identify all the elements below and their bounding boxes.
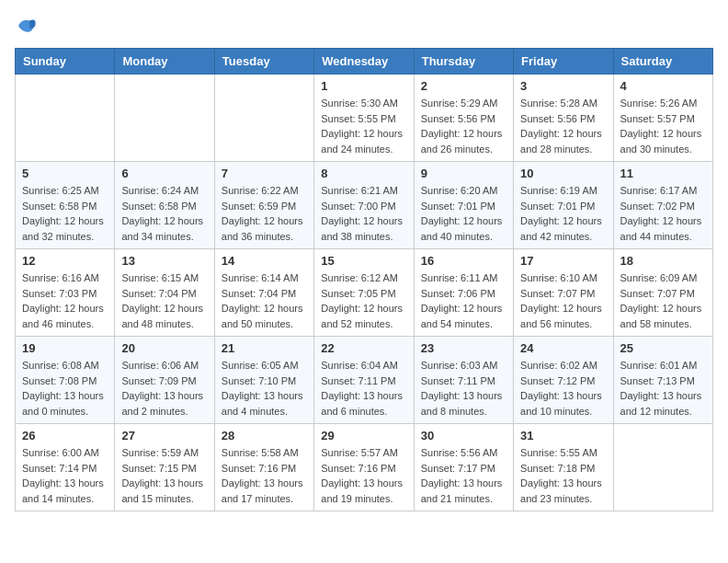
calendar-week-row: 19Sunrise: 6:08 AMSunset: 7:08 PMDayligh…: [16, 337, 713, 424]
day-info: Sunrise: 6:19 AMSunset: 7:01 PMDaylight:…: [520, 183, 606, 244]
day-number: 22: [321, 341, 406, 355]
daylight-text: Daylight: 12 hours and 56 minutes.: [520, 301, 606, 331]
calendar-day-cell: 11Sunrise: 6:17 AMSunset: 7:02 PMDayligh…: [613, 162, 712, 249]
sunset-text: Sunset: 7:04 PM: [121, 286, 207, 302]
day-info: Sunrise: 6:22 AMSunset: 6:59 PMDaylight:…: [222, 183, 307, 244]
day-info: Sunrise: 6:12 AMSunset: 7:05 PMDaylight:…: [321, 270, 406, 331]
sunset-text: Sunset: 5:57 PM: [620, 111, 706, 127]
sunrise-text: Sunrise: 6:15 AM: [121, 270, 207, 286]
sunset-text: Sunset: 7:12 PM: [520, 373, 606, 389]
sunrise-text: Sunrise: 6:20 AM: [421, 183, 506, 199]
day-number: 16: [421, 254, 506, 268]
day-number: 7: [222, 167, 307, 180]
daylight-text: Daylight: 12 hours and 58 minutes.: [620, 301, 706, 331]
day-number: 18: [620, 254, 706, 268]
weekday-header: Saturday: [613, 49, 712, 75]
calendar-day-cell: 18Sunrise: 6:09 AMSunset: 7:07 PMDayligh…: [613, 249, 712, 337]
weekday-header: Friday: [514, 49, 613, 75]
calendar-day-cell: [613, 424, 712, 511]
day-info: Sunrise: 6:09 AMSunset: 7:07 PMDaylight:…: [620, 270, 706, 331]
daylight-text: Daylight: 13 hours and 15 minutes.: [121, 476, 207, 506]
day-info: Sunrise: 5:28 AMSunset: 5:56 PMDaylight:…: [520, 96, 606, 156]
sunrise-text: Sunrise: 5:56 AM: [421, 445, 506, 461]
sunrise-text: Sunrise: 6:17 AM: [620, 183, 706, 199]
sunset-text: Sunset: 7:09 PM: [121, 373, 207, 389]
calendar-week-row: 1Sunrise: 5:30 AMSunset: 5:55 PMDaylight…: [16, 75, 713, 162]
sunset-text: Sunset: 7:06 PM: [421, 286, 506, 302]
day-info: Sunrise: 6:25 AMSunset: 6:58 PMDaylight:…: [22, 183, 108, 244]
day-info: Sunrise: 6:24 AMSunset: 6:58 PMDaylight:…: [121, 183, 207, 244]
sunrise-text: Sunrise: 6:22 AM: [222, 183, 307, 199]
daylight-text: Daylight: 13 hours and 8 minutes.: [421, 388, 506, 419]
calendar-day-cell: 31Sunrise: 5:55 AMSunset: 7:18 PMDayligh…: [514, 424, 613, 511]
sunset-text: Sunset: 7:11 PM: [421, 373, 506, 389]
sunset-text: Sunset: 5:55 PM: [321, 111, 406, 127]
weekday-header: Tuesday: [214, 49, 313, 75]
sunset-text: Sunset: 7:07 PM: [620, 286, 706, 302]
day-info: Sunrise: 6:01 AMSunset: 7:13 PMDaylight:…: [620, 358, 706, 419]
sunrise-text: Sunrise: 6:25 AM: [22, 183, 108, 199]
day-info: Sunrise: 5:55 AMSunset: 7:18 PMDaylight:…: [520, 445, 606, 506]
sunrise-text: Sunrise: 6:11 AM: [421, 270, 506, 286]
daylight-text: Daylight: 12 hours and 44 minutes.: [620, 213, 706, 244]
calendar-week-row: 12Sunrise: 6:16 AMSunset: 7:03 PMDayligh…: [16, 249, 713, 337]
daylight-text: Daylight: 12 hours and 30 minutes.: [620, 126, 706, 156]
day-number: 28: [222, 429, 307, 442]
sunset-text: Sunset: 7:02 PM: [620, 199, 706, 214]
weekday-header: Sunday: [16, 49, 115, 75]
day-number: 2: [421, 79, 506, 93]
daylight-text: Daylight: 12 hours and 50 minutes.: [222, 301, 307, 331]
daylight-text: Daylight: 13 hours and 17 minutes.: [222, 476, 307, 506]
daylight-text: Daylight: 12 hours and 26 minutes.: [421, 126, 506, 156]
sunrise-text: Sunrise: 5:58 AM: [222, 445, 307, 461]
calendar-day-cell: 24Sunrise: 6:02 AMSunset: 7:12 PMDayligh…: [514, 337, 613, 424]
sunrise-text: Sunrise: 5:55 AM: [520, 445, 606, 461]
day-number: 17: [520, 254, 606, 268]
daylight-text: Daylight: 12 hours and 36 minutes.: [222, 213, 307, 244]
sunset-text: Sunset: 7:01 PM: [421, 199, 506, 214]
calendar-week-row: 26Sunrise: 6:00 AMSunset: 7:14 PMDayligh…: [16, 424, 713, 511]
daylight-text: Daylight: 13 hours and 21 minutes.: [421, 476, 506, 506]
day-info: Sunrise: 6:06 AMSunset: 7:09 PMDaylight:…: [121, 358, 207, 419]
sunrise-text: Sunrise: 5:29 AM: [421, 96, 506, 111]
day-info: Sunrise: 6:16 AMSunset: 7:03 PMDaylight:…: [22, 270, 108, 331]
sunset-text: Sunset: 7:17 PM: [421, 461, 506, 477]
day-number: 24: [520, 341, 606, 355]
day-number: 10: [520, 167, 606, 180]
calendar-day-cell: 4Sunrise: 5:26 AMSunset: 5:57 PMDaylight…: [613, 75, 712, 162]
calendar-day-cell: 25Sunrise: 6:01 AMSunset: 7:13 PMDayligh…: [613, 337, 712, 424]
sunset-text: Sunset: 7:07 PM: [520, 286, 606, 302]
day-number: 9: [421, 167, 506, 180]
sunset-text: Sunset: 6:59 PM: [222, 199, 307, 214]
calendar-day-cell: 21Sunrise: 6:05 AMSunset: 7:10 PMDayligh…: [214, 337, 313, 424]
sunset-text: Sunset: 7:05 PM: [321, 286, 406, 302]
calendar-day-cell: 6Sunrise: 6:24 AMSunset: 6:58 PMDaylight…: [115, 162, 214, 249]
sunrise-text: Sunrise: 5:30 AM: [321, 96, 406, 111]
day-number: 14: [222, 254, 307, 268]
calendar-day-cell: [115, 75, 214, 162]
day-info: Sunrise: 6:03 AMSunset: 7:11 PMDaylight:…: [421, 358, 506, 419]
daylight-text: Daylight: 13 hours and 2 minutes.: [121, 388, 207, 419]
calendar-day-cell: 2Sunrise: 5:29 AMSunset: 5:56 PMDaylight…: [414, 75, 513, 162]
sunset-text: Sunset: 7:10 PM: [222, 373, 307, 389]
daylight-text: Daylight: 12 hours and 40 minutes.: [421, 213, 506, 244]
day-info: Sunrise: 5:29 AMSunset: 5:56 PMDaylight:…: [421, 96, 506, 156]
sunrise-text: Sunrise: 6:10 AM: [520, 270, 606, 286]
sunset-text: Sunset: 7:01 PM: [520, 199, 606, 214]
calendar-day-cell: 13Sunrise: 6:15 AMSunset: 7:04 PMDayligh…: [115, 249, 214, 337]
sunrise-text: Sunrise: 6:05 AM: [222, 358, 307, 373]
sunset-text: Sunset: 7:11 PM: [321, 373, 406, 389]
day-info: Sunrise: 5:26 AMSunset: 5:57 PMDaylight:…: [620, 96, 706, 156]
calendar-day-cell: 15Sunrise: 6:12 AMSunset: 7:05 PMDayligh…: [314, 249, 414, 337]
sunset-text: Sunset: 7:13 PM: [620, 373, 706, 389]
calendar-day-cell: 1Sunrise: 5:30 AMSunset: 5:55 PMDaylight…: [314, 75, 414, 162]
calendar-day-cell: 23Sunrise: 6:03 AMSunset: 7:11 PMDayligh…: [414, 337, 513, 424]
day-info: Sunrise: 6:15 AMSunset: 7:04 PMDaylight:…: [121, 270, 207, 331]
weekday-header: Monday: [115, 49, 214, 75]
day-info: Sunrise: 5:56 AMSunset: 7:17 PMDaylight:…: [421, 445, 506, 506]
calendar-day-cell: 20Sunrise: 6:06 AMSunset: 7:09 PMDayligh…: [115, 337, 214, 424]
day-info: Sunrise: 6:02 AMSunset: 7:12 PMDaylight:…: [520, 358, 606, 419]
calendar-day-cell: 28Sunrise: 5:58 AMSunset: 7:16 PMDayligh…: [214, 424, 313, 511]
sunset-text: Sunset: 6:58 PM: [121, 199, 207, 214]
sunset-text: Sunset: 7:14 PM: [22, 461, 108, 477]
